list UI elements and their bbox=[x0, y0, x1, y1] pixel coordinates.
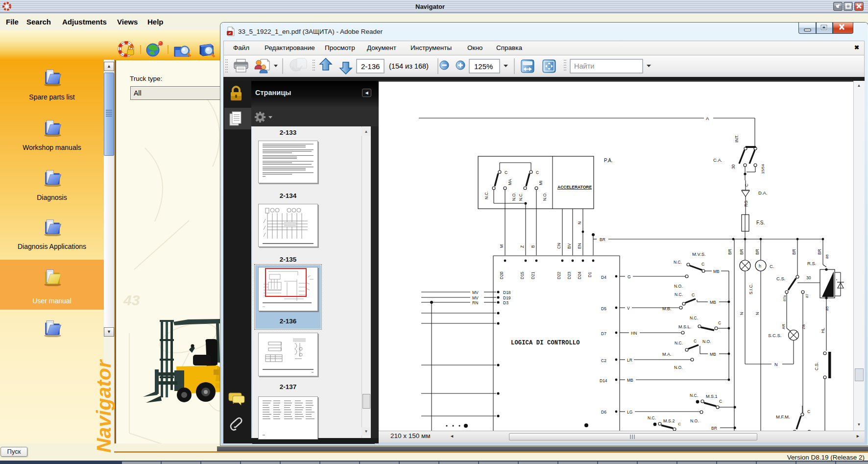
svg-text:BR: BR bbox=[711, 426, 717, 431]
svg-text:D21: D21 bbox=[530, 271, 535, 279]
svg-text:N.C.: N.C. bbox=[518, 193, 523, 201]
svg-text:P.A.: P.A. bbox=[604, 158, 613, 163]
svg-text:HN: HN bbox=[631, 331, 637, 336]
svg-text:30: 30 bbox=[731, 164, 736, 169]
svg-text:S.C.S.: S.C.S. bbox=[768, 333, 781, 338]
svg-text:MB: MB bbox=[713, 269, 720, 274]
svg-text:30: 30 bbox=[806, 275, 811, 280]
svg-text:D3: D3 bbox=[503, 300, 508, 305]
svg-text:MB: MB bbox=[710, 352, 716, 357]
svg-text:LG: LG bbox=[627, 410, 632, 415]
svg-text:D5: D5 bbox=[601, 306, 606, 311]
svg-text:D7: D7 bbox=[601, 331, 606, 336]
svg-text:125%: 125% bbox=[474, 62, 493, 71]
svg-text:N.C.: N.C. bbox=[675, 341, 683, 345]
svg-text:A: A bbox=[706, 116, 709, 121]
svg-text:LOGICA DI CONTROLLO: LOGICA DI CONTROLLO bbox=[511, 340, 580, 346]
svg-text:N.C.: N.C. bbox=[484, 191, 489, 199]
svg-text:D.A.: D.A. bbox=[758, 190, 767, 195]
svg-text:C: C bbox=[505, 170, 507, 175]
svg-text:N.C.: N.C. bbox=[648, 415, 656, 420]
svg-text:N: N bbox=[774, 362, 778, 367]
svg-text:M.S.1: M.S.1 bbox=[706, 394, 718, 399]
svg-text:D19: D19 bbox=[503, 295, 511, 300]
svg-text:C: C bbox=[807, 409, 810, 414]
svg-text:N.C.: N.C. bbox=[690, 393, 698, 398]
svg-text:C.S.: C.S. bbox=[776, 276, 785, 281]
svg-text:N.O.: N.O. bbox=[702, 339, 711, 344]
svg-text:CN: CN bbox=[556, 243, 561, 249]
svg-text:Найти: Найти bbox=[574, 62, 594, 70]
svg-text:D6: D6 bbox=[601, 410, 606, 415]
svg-text:N.O.: N.O. bbox=[674, 284, 682, 289]
svg-text:ACCELERATORE: ACCELERATORE bbox=[557, 185, 592, 190]
svg-text:MI: MI bbox=[538, 181, 543, 185]
svg-text:BR: BR bbox=[739, 249, 744, 255]
svg-text:D22: D22 bbox=[556, 271, 561, 279]
svg-text:BR: BR bbox=[755, 249, 760, 255]
svg-text:S.I.C.: S.I.C. bbox=[748, 283, 753, 294]
svg-text:85: 85 bbox=[825, 306, 829, 311]
svg-text:MB: MB bbox=[627, 378, 633, 383]
svg-text:M.V.S.: M.V.S. bbox=[692, 251, 706, 257]
svg-text:C: C bbox=[701, 262, 704, 267]
svg-text:BR: BR bbox=[792, 249, 796, 255]
svg-text:C: C bbox=[719, 399, 722, 404]
svg-text:D24: D24 bbox=[577, 271, 582, 279]
svg-text:C: C bbox=[536, 170, 539, 175]
svg-text:MV: MV bbox=[472, 290, 479, 295]
svg-text:BR: BR bbox=[817, 249, 822, 255]
svg-text:D14: D14 bbox=[600, 378, 607, 383]
svg-text:87a: 87a bbox=[782, 295, 787, 301]
svg-text:87: 87 bbox=[805, 294, 809, 298]
svg-text:B: B bbox=[530, 245, 535, 248]
svg-text:(154 из 168): (154 из 168) bbox=[389, 62, 429, 70]
svg-text:D15: D15 bbox=[520, 271, 525, 279]
svg-text:C: C bbox=[694, 339, 697, 343]
svg-text:RN: RN bbox=[472, 300, 478, 305]
svg-text:C.: C. bbox=[770, 264, 774, 269]
svg-text:Z: Z bbox=[520, 245, 525, 248]
svg-text:D18: D18 bbox=[503, 290, 511, 295]
svg-text:N.C.: N.C. bbox=[674, 260, 682, 265]
svg-text:G: G bbox=[627, 274, 631, 279]
svg-text:F.S.: F.S. bbox=[756, 220, 765, 225]
svg-text:C: C bbox=[744, 184, 749, 187]
svg-text:N: N bbox=[739, 312, 744, 315]
svg-text:C.A.: C.A. bbox=[713, 157, 722, 163]
svg-text:N.C.: N.C. bbox=[675, 292, 683, 297]
svg-text:BR: BR bbox=[727, 249, 732, 255]
svg-text:M.S.L.: M.S.L. bbox=[678, 324, 691, 329]
svg-text:M.F.M.: M.F.M. bbox=[776, 414, 790, 419]
svg-text:M: M bbox=[499, 244, 504, 248]
svg-text:ZB: ZB bbox=[801, 324, 806, 329]
svg-text:V: V bbox=[627, 306, 630, 311]
svg-text:N: N bbox=[577, 221, 582, 224]
svg-text:h: h bbox=[759, 264, 761, 269]
svg-text:N.O.: N.O. bbox=[542, 193, 547, 201]
svg-text:D1: D1 bbox=[587, 272, 592, 277]
svg-text:BV: BV bbox=[567, 243, 572, 249]
svg-text:C2: C2 bbox=[601, 358, 606, 363]
svg-text:N.O.: N.O. bbox=[511, 193, 516, 201]
svg-text:86: 86 bbox=[825, 254, 829, 259]
svg-text:LR: LR bbox=[627, 358, 632, 363]
svg-text:D20: D20 bbox=[499, 271, 504, 279]
svg-text:N.O.: N.O. bbox=[674, 365, 682, 370]
svg-text:D4: D4 bbox=[601, 275, 606, 280]
svg-text:C: C bbox=[692, 293, 695, 297]
svg-text:HL: HL bbox=[820, 328, 825, 333]
svg-text:INT.: INT. bbox=[734, 135, 739, 143]
svg-text:C.S.: C.S. bbox=[814, 362, 819, 370]
svg-text:D23: D23 bbox=[567, 271, 572, 279]
svg-text:M.A.: M.A. bbox=[662, 352, 672, 357]
svg-text:AR: AR bbox=[781, 324, 786, 329]
svg-text:MA: MA bbox=[507, 179, 512, 185]
svg-text:MB: MB bbox=[710, 300, 716, 305]
svg-text:N: N bbox=[755, 312, 760, 315]
svg-text:M.B.: M.B. bbox=[662, 306, 672, 311]
svg-text:15/54: 15/54 bbox=[761, 164, 765, 174]
svg-text:N.C.: N.C. bbox=[690, 316, 698, 320]
svg-text:BR: BR bbox=[600, 237, 605, 242]
svg-text:N.O.: N.O. bbox=[690, 418, 699, 423]
